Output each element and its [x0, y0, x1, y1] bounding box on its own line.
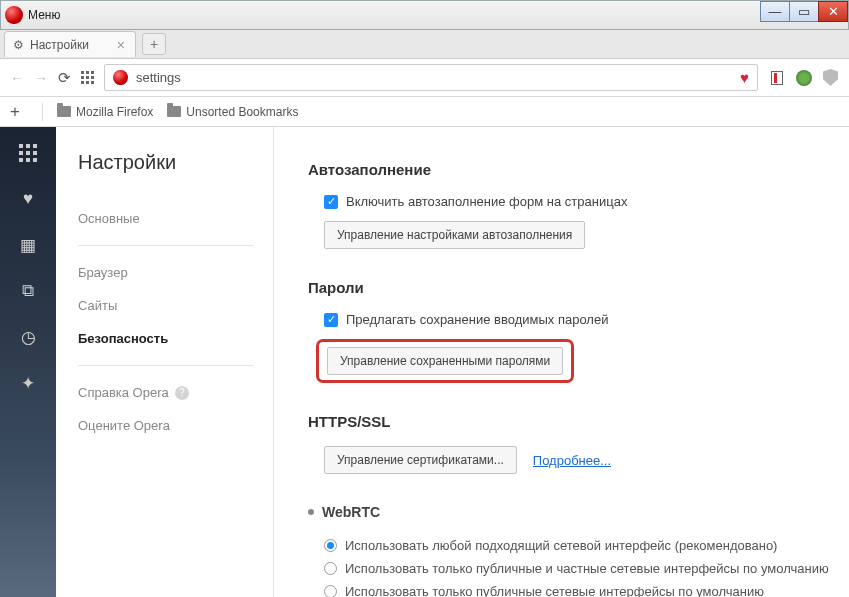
address-bar[interactable]: ♥ [104, 64, 758, 91]
checkbox-checked-icon[interactable]: ✓ [324, 313, 338, 327]
speed-dial-icon[interactable] [18, 145, 38, 161]
bookmark-label: Unsorted Bookmarks [186, 105, 298, 119]
nav-item-basic[interactable]: Основные [78, 202, 273, 235]
heart-icon[interactable]: ♥ [740, 69, 749, 86]
toolbar: ← → ⟳ ♥ [0, 59, 849, 97]
history-icon[interactable]: ◷ [18, 329, 38, 345]
radio-checked-icon[interactable] [324, 539, 337, 552]
settings-nav: Настройки Основные Браузер Сайты Безопас… [56, 127, 274, 597]
bookmark-folder[interactable]: Mozilla Firefox [57, 105, 153, 119]
passwords-manage-button[interactable]: Управление сохраненными паролями [327, 347, 563, 375]
passwords-checkbox-row[interactable]: ✓ Предлагать сохранение вводимых паролей [308, 312, 829, 327]
new-tab-button[interactable]: + [142, 33, 166, 55]
minimize-button[interactable]: — [760, 1, 790, 22]
section-title-autofill: Автозаполнение [308, 161, 829, 178]
maximize-button[interactable]: ▭ [789, 1, 819, 22]
radio-icon[interactable] [324, 585, 337, 597]
checkbox-checked-icon[interactable]: ✓ [324, 195, 338, 209]
nav-item-browser[interactable]: Браузер [78, 256, 273, 289]
webrtc-title-text: WebRTC [322, 504, 380, 520]
window-titlebar: Меню — ▭ ✕ [0, 0, 849, 30]
nav-separator [78, 365, 253, 366]
opera-icon [113, 70, 128, 85]
bookmarks-heart-icon[interactable]: ♥ [18, 191, 38, 207]
nav-item-help[interactable]: Справка Opera ? [78, 376, 273, 409]
section-passwords: Пароли ✓ Предлагать сохранение вводимых … [308, 279, 829, 383]
webrtc-option-2[interactable]: Использовать только публичные сетевые ин… [308, 580, 829, 597]
nav-item-security[interactable]: Безопасность [78, 322, 273, 355]
radio-label: Использовать только публичные сетевые ин… [345, 584, 764, 597]
adblock-shield-icon[interactable] [822, 69, 839, 86]
section-https: HTTPS/SSL Управление сертификатами... По… [308, 413, 829, 474]
section-title-webrtc: WebRTC [308, 504, 829, 520]
vpn-globe-icon[interactable] [795, 69, 812, 86]
webrtc-option-0[interactable]: Использовать любой подходящий сетевой ин… [308, 534, 829, 557]
tabs-icon[interactable]: ⧉ [18, 283, 38, 299]
bookmark-label: Mozilla Firefox [76, 105, 153, 119]
highlighted-annotation: Управление сохраненными паролями [316, 339, 574, 383]
reload-button[interactable]: ⟳ [58, 69, 71, 87]
forward-button[interactable]: → [34, 70, 48, 86]
section-title-passwords: Пароли [308, 279, 829, 296]
divider [42, 103, 43, 121]
https-more-link[interactable]: Подробнее... [533, 453, 611, 468]
settings-content: Автозаполнение ✓ Включить автозаполнение… [274, 127, 849, 597]
bookmarks-bar: + Mozilla Firefox Unsorted Bookmarks [0, 97, 849, 127]
tab-close-button[interactable]: × [117, 37, 125, 53]
menu-label[interactable]: Меню [28, 8, 60, 22]
certificates-button[interactable]: Управление сертификатами... [324, 446, 517, 474]
section-webrtc: WebRTC Использовать любой подходящий сет… [308, 504, 829, 597]
tab-settings[interactable]: ⚙ Настройки × [4, 31, 136, 57]
nav-item-sites[interactable]: Сайты [78, 289, 273, 322]
address-input[interactable] [136, 70, 740, 85]
gear-icon: ⚙ [13, 38, 24, 52]
close-button[interactable]: ✕ [818, 1, 848, 22]
autofill-manage-button[interactable]: Управление настройками автозаполнения [324, 221, 585, 249]
settings-title: Настройки [78, 151, 273, 174]
folder-icon [57, 106, 71, 117]
news-icon[interactable]: ▦ [18, 237, 38, 253]
autofill-checkbox-label: Включить автозаполнение форм на страница… [346, 194, 627, 209]
main-area: ♥ ▦ ⧉ ◷ ✦ Настройки Основные Браузер Сай… [0, 127, 849, 597]
radio-icon[interactable] [324, 562, 337, 575]
extensions-icon[interactable]: ✦ [18, 375, 38, 391]
bookmark-folder[interactable]: Unsorted Bookmarks [167, 105, 298, 119]
nav-item-rate[interactable]: Оцените Opera [78, 409, 273, 442]
tab-bar: ⚙ Настройки × + [0, 30, 849, 59]
tab-title: Настройки [30, 38, 89, 52]
section-title-https: HTTPS/SSL [308, 413, 829, 430]
folder-icon [167, 106, 181, 117]
sidebar-toggle-icon[interactable] [768, 69, 785, 86]
radio-label: Использовать любой подходящий сетевой ин… [345, 538, 777, 553]
back-button[interactable]: ← [10, 70, 24, 86]
bullet-icon [308, 509, 314, 515]
add-bookmark-button[interactable]: + [10, 102, 28, 122]
help-icon: ? [175, 386, 189, 400]
speed-dial-button[interactable] [81, 71, 94, 84]
nav-separator [78, 245, 253, 246]
webrtc-option-1[interactable]: Использовать только публичные и частные … [308, 557, 829, 580]
nav-help-label: Справка Opera [78, 385, 169, 400]
left-sidebar: ♥ ▦ ⧉ ◷ ✦ [0, 127, 56, 597]
opera-logo-icon[interactable] [5, 6, 23, 24]
passwords-checkbox-label: Предлагать сохранение вводимых паролей [346, 312, 608, 327]
radio-label: Использовать только публичные и частные … [345, 561, 829, 576]
autofill-checkbox-row[interactable]: ✓ Включить автозаполнение форм на страни… [308, 194, 829, 209]
section-autofill: Автозаполнение ✓ Включить автозаполнение… [308, 161, 829, 249]
